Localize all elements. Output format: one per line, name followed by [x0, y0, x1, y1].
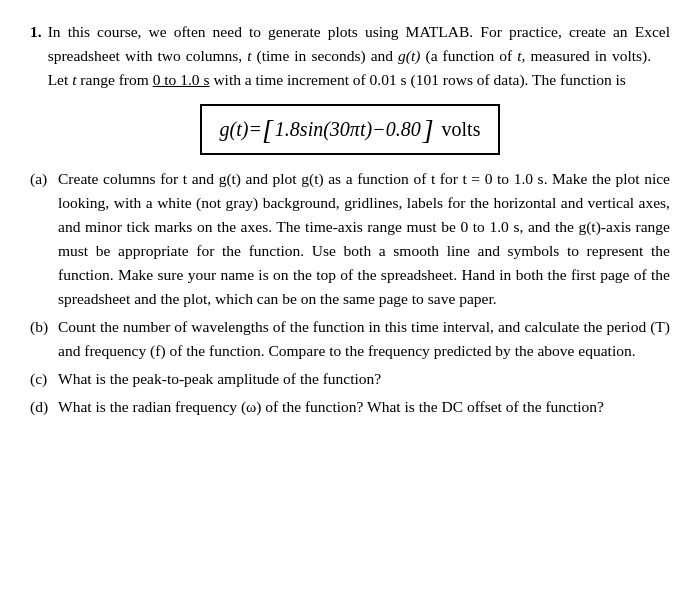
sub-parts-container: (a) Create columns for t and g(t) and pl… [30, 167, 670, 419]
func-desc: (a function of [425, 47, 512, 64]
formula-box-border: g(t) = [1.8 sin(30πt) − 0.80]volts [200, 104, 501, 155]
part-a: (a) Create columns for t and g(t) and pl… [30, 167, 670, 311]
part-c-label: (c) [30, 367, 58, 391]
part-d: (d) What is the radian frequency (ω) of … [30, 395, 670, 419]
formula-coefficient: 1.8 [275, 114, 300, 145]
part-b-text: Count the number of wavelengths of the f… [58, 315, 670, 363]
problem-number: 1. [30, 20, 42, 44]
formula-close-paren: ) [365, 114, 372, 145]
t-variable: t [247, 47, 251, 64]
part-c: (c) What is the peak-to-peak amplitude o… [30, 367, 670, 391]
range-text: range from [80, 71, 148, 88]
gt-variable: g(t) [398, 47, 420, 64]
formula-equals: = [248, 114, 262, 145]
part-d-text: What is the radian frequency (ω) of the … [58, 395, 670, 419]
bracket-right-icon: ] [423, 116, 434, 144]
formula-offset-val: 0.80 [386, 114, 421, 145]
in-volts: in volts). [595, 47, 651, 64]
part-a-text: Create columns for t and g(t) and plot g… [58, 167, 670, 311]
formula-container: g(t) = [1.8 sin(30πt) − 0.80]volts [200, 104, 501, 155]
formula-g: g [220, 114, 230, 145]
problem-container: 1. In this course, we often need to gene… [30, 20, 670, 419]
measured-word: measured [530, 47, 589, 64]
formula-units-label: volts [442, 114, 481, 145]
part-c-text: What is the peak-to-peak amplitude of th… [58, 367, 670, 391]
let-text: Let [48, 71, 69, 88]
part-b: (b) Count the number of wavelengths of t… [30, 315, 670, 363]
bracket-left-icon: [ [262, 116, 273, 144]
part-d-label: (d) [30, 395, 58, 419]
problem-intro-text: In this course, we often need to generat… [48, 20, 670, 92]
formula-argument: (30 [323, 114, 350, 145]
range-underline: 0 to 1.0 s [153, 71, 210, 88]
formula-sin-func: sin [300, 114, 323, 145]
part-b-label: (b) [30, 315, 58, 339]
with-time-text: with a time increment of 0.01 s (101 row… [213, 71, 626, 88]
formula-t-paren: (t) [230, 114, 249, 145]
t-variable-3: t [72, 71, 76, 88]
time-desc: (time in seconds) and [257, 47, 393, 64]
part-a-label: (a) [30, 167, 58, 191]
formula-pi-symbol: π [350, 114, 360, 145]
formula-minus-sign: − [372, 114, 386, 145]
t-variable-2: t, [517, 47, 525, 64]
